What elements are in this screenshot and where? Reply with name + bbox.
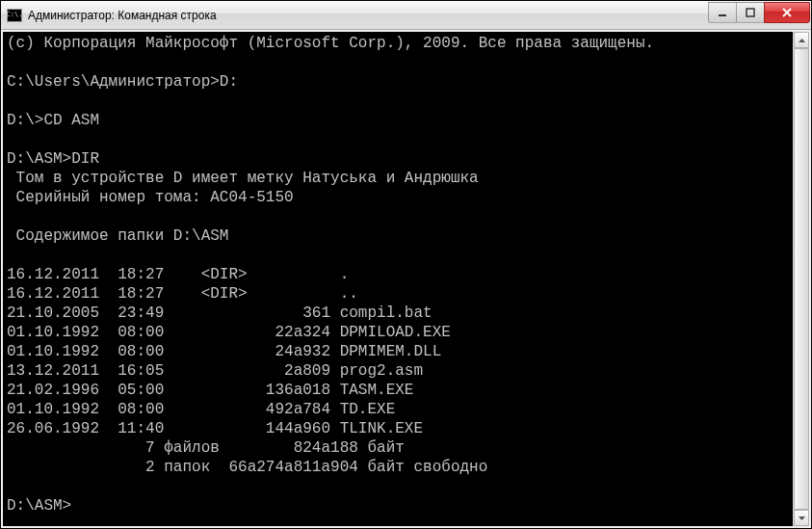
prompt-line: D:\>CD ASM [7, 112, 99, 129]
dir-entry: 21.10.2005 23:49 361 compil.bat [7, 304, 432, 322]
summary-dirs-line: 2 папок 66а274а811а904 байт свободно [7, 459, 487, 476]
dir-entry: 16.12.2011 18:27 <DIR> . [7, 266, 349, 283]
prompt-line: D:\ASM> [7, 497, 71, 515]
command-prompt-window: C:\. Администратор: Командная строка (c)… [0, 0, 812, 529]
volume-label-line: Том в устройстве D имеет метку Натуська … [7, 170, 479, 187]
minimize-button[interactable] [708, 2, 737, 23]
serial-line: Серийный номер тома: AC04-5150 [7, 189, 294, 206]
client-area: (c) Корпорация Майкрософт (Microsoft Cor… [1, 30, 811, 528]
summary-files-line: 7 файлов 824а188 байт [7, 439, 405, 457]
titlebar[interactable]: C:\. Администратор: Командная строка [1, 1, 811, 30]
contents-header-line: Содержимое папки D:\ASM [7, 227, 228, 245]
dir-entry: 01.10.1992 08:00 492а784 TD.EXE [7, 401, 395, 418]
prompt-line: C:\Users\Администратор>D: [7, 73, 238, 91]
close-button[interactable] [764, 2, 810, 23]
window-title: Администратор: Командная строка [28, 9, 709, 22]
copyright-line: (c) Корпорация Майкрософт (Microsoft Cor… [7, 35, 654, 52]
scrollbar-track[interactable] [794, 48, 809, 510]
dir-entry: 01.10.1992 08:00 24а932 DPMIMEM.DLL [7, 343, 441, 360]
dir-entry: 01.10.1992 08:00 22а324 DPMILOAD.EXE [7, 324, 451, 341]
dir-entry: 26.06.1992 11:40 144а960 TLINK.EXE [7, 420, 423, 437]
terminal-output[interactable]: (c) Корпорация Майкрософт (Microsoft Cor… [3, 32, 793, 526]
dir-entry: 16.12.2011 18:27 <DIR> .. [7, 285, 358, 303]
vertical-scrollbar[interactable] [793, 32, 809, 526]
prompt-line: D:\ASM>DIR [7, 150, 99, 168]
scroll-down-button[interactable] [794, 510, 809, 526]
dir-entry: 21.02.1996 05:00 136а018 TASM.EXE [7, 382, 413, 399]
app-icon: C:\. [7, 9, 22, 22]
scroll-up-button[interactable] [794, 32, 809, 48]
maximize-button[interactable] [736, 2, 765, 23]
svg-rect-1 [747, 9, 754, 16]
svg-rect-0 [719, 14, 726, 16]
scrollbar-thumb[interactable] [794, 48, 809, 510]
window-controls [709, 2, 810, 23]
dir-entry: 13.12.2011 16:05 2а809 prog2.asm [7, 362, 423, 380]
